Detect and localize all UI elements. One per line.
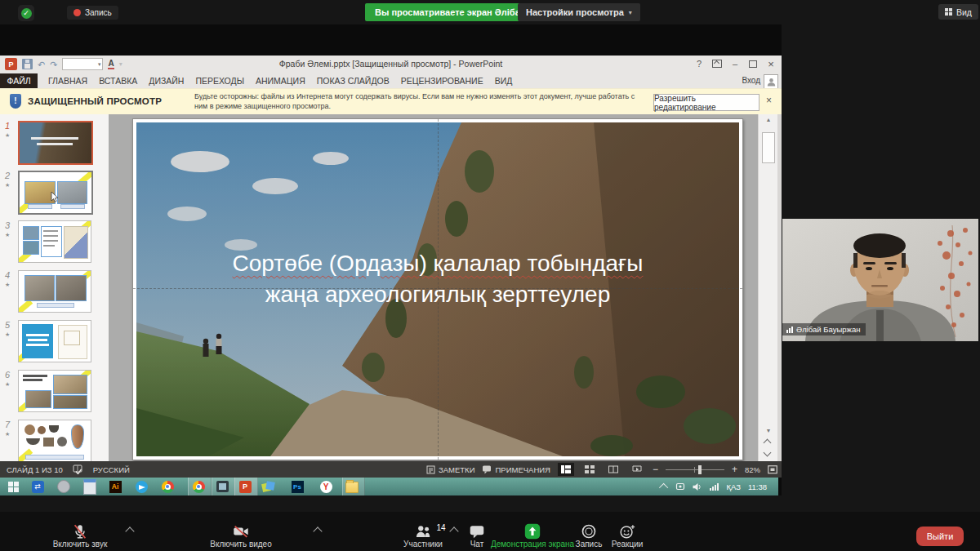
protected-view-message: Будьте осторожны: файлы из Интернета мог… (194, 92, 648, 111)
grid-view-icon (945, 8, 952, 16)
zoom-slider[interactable] (666, 464, 724, 474)
taskbar-screenshot-app-icon[interactable] (216, 480, 229, 493)
taskbar-powerpoint-icon[interactable]: P (238, 480, 252, 493)
enable-editing-button[interactable]: Разрешить редактирование (653, 94, 760, 111)
record-icon[interactable] (580, 522, 598, 540)
camera-muted-icon[interactable] (232, 522, 250, 540)
participants-icon[interactable] (414, 522, 432, 540)
record-button[interactable]: Запись (576, 540, 603, 549)
tray-expand-icon[interactable] (659, 483, 668, 492)
slide-thumbnail-3[interactable] (18, 220, 91, 263)
participant-video-tile[interactable]: Әлібай Бауыржан (782, 219, 978, 341)
camera-options-chevron[interactable] (313, 527, 322, 535)
volume-icon[interactable] (693, 482, 702, 491)
restore-button[interactable] (744, 56, 762, 72)
slide-thumbnail-5[interactable] (18, 320, 91, 362)
start-button[interactable] (7, 480, 20, 493)
taskbar-teamviewer-icon[interactable]: ⇄ (31, 480, 44, 493)
chat-button[interactable]: Чат (470, 540, 484, 549)
animation-star-icon: ★ (5, 232, 10, 238)
tab-file[interactable]: ФАЙЛ (0, 73, 38, 88)
scrollbar-thumb[interactable] (762, 132, 775, 163)
chat-icon[interactable] (468, 522, 486, 540)
leave-meeting-button[interactable]: Выйти (916, 527, 964, 546)
reactions-icon[interactable] (618, 522, 636, 540)
sign-in-link[interactable]: Вход (742, 76, 760, 85)
close-button[interactable]: × (762, 56, 780, 72)
scroll-down-icon[interactable]: ▼ (759, 428, 778, 433)
slide-number: 6 (5, 370, 10, 380)
taskbar-yandex-icon[interactable]: Y (319, 480, 332, 493)
recording-dot-icon (74, 9, 81, 16)
zoom-slider-thumb[interactable] (698, 465, 702, 474)
taskbar-illustrator-icon[interactable]: Ai (109, 480, 122, 493)
taskbar-notes-app-icon[interactable] (261, 480, 274, 493)
previous-slide-button[interactable] (764, 440, 771, 447)
slide-thumbnail-1[interactable] (18, 121, 93, 165)
zoom-level[interactable]: 82% (745, 465, 760, 474)
protected-view-close-icon[interactable]: × (766, 95, 772, 106)
clock[interactable]: 11:38 (748, 482, 767, 491)
reactions-button[interactable]: Реакции (612, 540, 644, 549)
tab-animations[interactable]: АНИМАЦИЯ (256, 76, 305, 86)
network-signal-icon[interactable] (710, 483, 719, 491)
scroll-up-icon[interactable]: ▲ (759, 114, 778, 126)
tab-home[interactable]: ГЛАВНАЯ (48, 76, 87, 86)
tab-design[interactable]: ДИЗАЙН (149, 76, 184, 86)
security-shield-button[interactable]: ✓ (18, 5, 34, 21)
taskbar-telegram-icon[interactable] (135, 480, 148, 493)
fit-to-window-icon[interactable] (768, 465, 777, 474)
slide-thumbnail-6[interactable] (18, 370, 91, 412)
horizontal-guide (133, 288, 742, 289)
participants-options-chevron[interactable] (449, 527, 458, 535)
slide-thumbnail-7[interactable] (18, 420, 91, 462)
slide-number: 4 (5, 270, 10, 280)
ribbon-options-button[interactable] (708, 56, 726, 72)
protected-view-label: ЗАЩИЩЕННЫЙ ПРОСМОТР (28, 96, 162, 106)
tab-insert[interactable]: ВСТАВКА (99, 76, 137, 86)
language-indicator[interactable]: РУССКИЙ (93, 465, 130, 474)
tab-review[interactable]: РЕЦЕНЗИРОВАНИЕ (401, 76, 483, 86)
help-button[interactable]: ? (690, 56, 708, 72)
tab-view[interactable]: ВИД (495, 76, 513, 86)
next-slide-button[interactable] (764, 450, 771, 456)
share-screen-button[interactable]: Демонстрация экрана (491, 540, 574, 549)
window-right-edge (777, 114, 782, 461)
connection-signal-icon (786, 327, 793, 333)
slide-sorter-view-button[interactable] (581, 463, 598, 476)
slideshow-view-button[interactable] (629, 463, 645, 476)
minimize-button[interactable]: – (726, 56, 744, 72)
participants-button[interactable]: Участники (403, 540, 443, 549)
view-button[interactable]: Вид (938, 4, 978, 20)
tray-app-icon[interactable] (675, 482, 685, 491)
taskbar-chrome-window-icon[interactable] (192, 480, 205, 493)
comments-button[interactable]: ПРИМЕЧАНИЯ (482, 464, 550, 474)
zoom-out-button[interactable]: − (653, 464, 658, 475)
slide-thumbnail-4[interactable] (18, 270, 91, 313)
tab-transitions[interactable]: ПЕРЕХОДЫ (195, 76, 244, 86)
view-settings-button[interactable]: Настройки просмотра ▾ (518, 3, 640, 21)
mic-options-chevron[interactable] (125, 527, 134, 535)
slide-1[interactable]: Сортөбе (Ордазы) қалалар тобындағы жаңа … (132, 118, 743, 460)
spellcheck-icon[interactable] (73, 464, 83, 474)
taskbar-window-app-icon[interactable] (83, 480, 96, 493)
reading-view-button[interactable] (605, 463, 621, 476)
start-video-button[interactable]: Включить видео (210, 540, 272, 549)
taskbar-photoshop-icon[interactable]: Ps (291, 480, 304, 493)
taskbar-explorer-icon[interactable] (345, 480, 359, 493)
taskbar-chrome-icon[interactable] (161, 480, 174, 493)
unmute-button[interactable]: Включить звук (53, 540, 108, 549)
comments-icon (482, 464, 492, 474)
normal-view-button[interactable] (558, 463, 574, 476)
share-screen-icon[interactable] (523, 522, 541, 540)
account-avatar[interactable] (764, 74, 778, 89)
slide-scrollbar[interactable]: ▲ ▼ (758, 114, 778, 461)
slide-thumbnail-2[interactable] (18, 171, 93, 215)
mic-muted-icon[interactable] (71, 522, 89, 540)
zoom-in-button[interactable]: + (732, 464, 737, 475)
notes-button[interactable]: ЗАМЕТКИ (426, 465, 475, 474)
tab-slideshow[interactable]: ПОКАЗ СЛАЙДОВ (317, 76, 390, 86)
notes-icon (426, 465, 435, 474)
taskbar-settings-icon[interactable] (57, 480, 70, 493)
keyboard-layout-indicator[interactable]: ҚАЗ (726, 482, 741, 491)
